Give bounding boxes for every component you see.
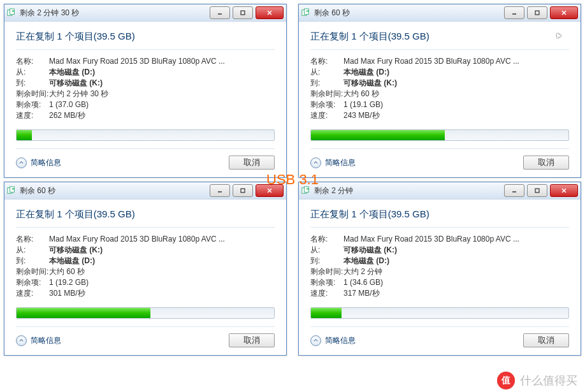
file-name: Mad Max Fury Road 2015 3D BluRay 1080p A… — [343, 56, 519, 66]
file-name: Mad Max Fury Road 2015 3D BluRay 1080p A… — [49, 234, 225, 244]
copy-dialog: 剩余 60 秒 正在复制 1 个项目(39.5 GB) 名称:Mad Max F… — [298, 4, 581, 178]
to-path: 本地磁盘 (D:) — [343, 256, 389, 266]
speed: 317 MB/秒 — [343, 288, 380, 298]
minimize-button[interactable] — [210, 6, 230, 19]
close-button[interactable] — [550, 6, 578, 19]
maximize-button[interactable] — [233, 6, 253, 19]
copy-icon — [301, 8, 310, 17]
speed: 243 MB/秒 — [343, 110, 380, 120]
label-items-left: 剩余项: — [310, 99, 343, 110]
label-from: 从: — [310, 67, 343, 77]
label-items-left: 剩余项: — [16, 99, 49, 110]
details-toggle[interactable]: 简略信息 — [16, 157, 61, 168]
time-left: 大约 60 秒 — [49, 266, 85, 277]
toggle-label: 简略信息 — [325, 335, 356, 346]
label-speed: 速度: — [16, 288, 49, 298]
close-button[interactable] — [256, 6, 284, 19]
copy-icon — [7, 8, 16, 17]
from-path: 可移动磁盘 (K:) — [343, 245, 397, 255]
maximize-button[interactable] — [233, 184, 253, 197]
time-left: 大约 2 分钟 — [343, 266, 382, 277]
close-button[interactable] — [256, 184, 284, 197]
progress-fill — [17, 130, 32, 140]
minimize-button[interactable] — [504, 6, 524, 19]
titlebar[interactable]: 剩余 60 秒 — [299, 4, 581, 22]
copy-dialog: 剩余 2 分钟 正在复制 1 个项目(39.5 GB) 名称:Mad Max F… — [298, 182, 581, 356]
label-to: 到: — [16, 78, 49, 88]
from-path: 本地磁盘 (D:) — [49, 67, 95, 77]
label-speed: 速度: — [16, 110, 49, 120]
progress-fill — [17, 308, 150, 318]
details-toggle[interactable]: 简略信息 — [310, 335, 356, 346]
copy-dialog: 剩余 60 秒 正在复制 1 个项目(39.5 GB) 名称:Mad Max F… — [4, 182, 287, 356]
items-left: 1 (34.6 GB) — [343, 277, 383, 287]
time-left: 大约 60 秒 — [343, 89, 379, 99]
speed: 262 MB/秒 — [49, 110, 85, 120]
copy-icon — [7, 186, 16, 195]
toggle-label: 简略信息 — [31, 335, 61, 346]
items-left: 1 (19.1 GB) — [343, 99, 383, 110]
minimize-button[interactable] — [504, 184, 524, 197]
items-left: 1 (37.0 GB) — [49, 99, 89, 110]
minimize-button[interactable] — [210, 184, 230, 197]
cancel-button[interactable]: 取消 — [523, 333, 569, 347]
progress-bar — [310, 307, 569, 319]
svg-rect-15 — [535, 189, 539, 192]
chevron-up-icon — [16, 335, 27, 346]
cancel-button[interactable]: 取消 — [523, 156, 569, 170]
copy-icon — [301, 186, 310, 195]
maximize-button[interactable] — [527, 6, 547, 19]
progress-bar — [310, 129, 569, 141]
details-toggle[interactable]: 简略信息 — [310, 157, 356, 168]
label-name: 名称: — [310, 234, 343, 244]
close-button[interactable] — [550, 184, 578, 197]
details-toggle[interactable]: 简略信息 — [16, 335, 61, 346]
copy-dialog: 剩余 2 分钟 30 秒 正在复制 1 个项目(39.5 GB) 名称:Mad … — [4, 4, 287, 178]
progress-bar — [16, 129, 275, 141]
label-time-left: 剩余时间: — [16, 266, 49, 277]
label-time-left: 剩余时间: — [310, 266, 343, 277]
label-time-left: 剩余时间: — [310, 89, 343, 99]
svg-rect-11 — [241, 189, 245, 192]
label-to: 到: — [310, 256, 343, 266]
toggle-label: 简略信息 — [325, 157, 356, 168]
items-left: 1 (19.2 GB) — [49, 277, 89, 287]
maximize-button[interactable] — [527, 184, 547, 197]
from-path: 本地磁盘 (D:) — [343, 67, 389, 77]
progress-fill — [311, 130, 445, 140]
window-title: 剩余 2 分钟 — [314, 185, 504, 196]
dialog-header: 正在复制 1 个项目(39.5 GB) — [310, 31, 569, 50]
cancel-button[interactable]: 取消 — [229, 156, 275, 170]
dialog-header: 正在复制 1 个项目(39.5 GB) — [16, 208, 275, 228]
label-to: 到: — [16, 256, 49, 266]
to-path: 本地磁盘 (D:) — [49, 256, 95, 266]
window-title: 剩余 2 分钟 30 秒 — [20, 8, 210, 18]
progress-bar — [16, 307, 275, 319]
cancel-button[interactable]: 取消 — [229, 333, 275, 347]
label-to: 到: — [310, 78, 343, 88]
label-items-left: 剩余项: — [310, 277, 343, 287]
label-from: 从: — [310, 245, 343, 255]
window-title: 剩余 60 秒 — [20, 185, 210, 196]
titlebar[interactable]: 剩余 2 分钟 30 秒 — [4, 4, 286, 22]
chevron-up-icon — [16, 157, 27, 168]
toggle-label: 简略信息 — [31, 157, 61, 168]
label-speed: 速度: — [310, 288, 343, 298]
to-path: 可移动磁盘 (K:) — [49, 78, 103, 88]
label-from: 从: — [16, 245, 49, 255]
dialog-header: 正在复制 1 个项目(39.5 GB) — [310, 208, 569, 228]
label-name: 名称: — [310, 56, 343, 66]
titlebar[interactable]: 剩余 2 分钟 — [299, 182, 581, 200]
label-name: 名称: — [16, 56, 49, 66]
titlebar[interactable]: 剩余 60 秒 — [4, 182, 286, 200]
from-path: 可移动磁盘 (K:) — [49, 245, 103, 255]
speed: 301 MB/秒 — [49, 288, 85, 298]
label-from: 从: — [16, 67, 49, 77]
label-time-left: 剩余时间: — [16, 89, 49, 99]
file-name: Mad Max Fury Road 2015 3D BluRay 1080p A… — [49, 56, 225, 66]
label-name: 名称: — [16, 234, 49, 244]
chevron-up-icon — [310, 335, 321, 346]
chevron-up-icon — [310, 157, 321, 168]
window-title: 剩余 60 秒 — [314, 8, 504, 18]
svg-rect-3 — [241, 11, 245, 15]
